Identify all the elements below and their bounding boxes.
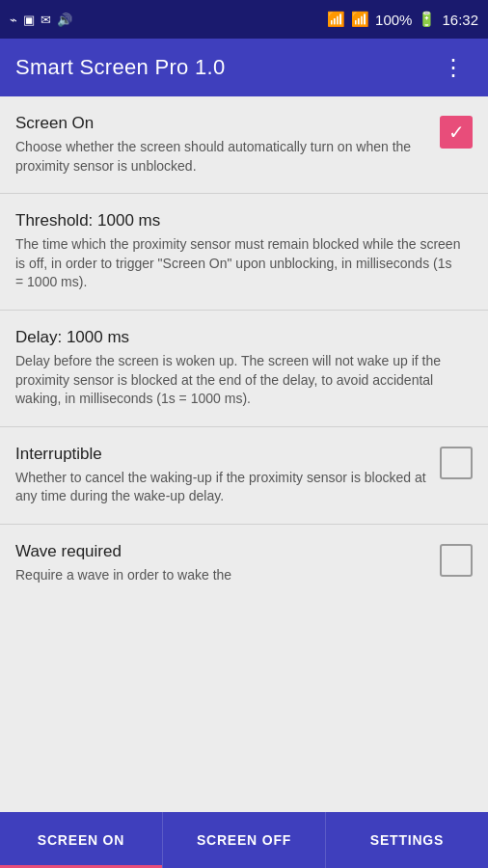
- app-bar: Smart Screen Pro 1.0 ⋮: [0, 39, 488, 96]
- settings-item-screen-on[interactable]: Screen On Choose whether the screen shou…: [0, 96, 488, 194]
- settings-item-delay[interactable]: Delay: 1000 ms Delay before the screen i…: [0, 311, 488, 427]
- settings-item-threshold-description: The time which the proximity sensor must…: [15, 235, 461, 292]
- settings-item-interruptible-description: Whether to cancel the waking-up if the p…: [15, 469, 428, 506]
- settings-item-threshold-text: Threshold: 1000 ms The time which the pr…: [15, 211, 473, 292]
- battery-percent: 100%: [375, 12, 412, 28]
- settings-item-screen-on-control[interactable]: ✓: [440, 116, 473, 149]
- sim-icon: ▣: [23, 13, 35, 27]
- settings-item-threshold-title: Threshold: 1000 ms: [15, 211, 461, 231]
- settings-item-interruptible-text: Interruptible Whether to cancel the waki…: [15, 445, 440, 506]
- settings-item-wave-required-title: Wave required: [15, 542, 428, 561]
- content-area: Screen On Choose whether the screen shou…: [0, 96, 488, 812]
- settings-item-wave-required-description: Require a wave in order to wake the: [15, 566, 428, 585]
- settings-item-wave-required-control[interactable]: [440, 544, 473, 577]
- wifi-icon: 📶: [327, 11, 345, 28]
- settings-item-interruptible[interactable]: Interruptible Whether to cancel the waki…: [0, 427, 488, 525]
- settings-item-delay-description: Delay before the screen is woken up. The…: [15, 352, 461, 409]
- settings-item-wave-required-text: Wave required Require a wave in order to…: [15, 542, 440, 585]
- bottom-navigation: SCREEN ON SCREEN OFF SETTINGS: [0, 812, 488, 868]
- settings-item-wave-required[interactable]: Wave required Require a wave in order to…: [0, 525, 488, 603]
- checkbox-interruptible[interactable]: [440, 447, 473, 479]
- app-title: Smart Screen Pro 1.0: [15, 55, 226, 80]
- gmail-icon: ✉: [41, 13, 51, 27]
- settings-item-screen-on-description: Choose whether the screen should automat…: [15, 138, 428, 176]
- nav-settings[interactable]: SETTINGS: [326, 812, 488, 868]
- checkbox-wave-required[interactable]: [440, 544, 473, 577]
- usb-icon: ⌁: [10, 13, 17, 27]
- nav-screen-on-label: SCREEN ON: [38, 832, 124, 848]
- status-bar: ⌁ ▣ ✉ 🔊 📶 📶 100% 🔋 16:32: [0, 0, 488, 39]
- status-bar-left: ⌁ ▣ ✉ 🔊: [10, 13, 72, 27]
- settings-item-delay-text: Delay: 1000 ms Delay before the screen i…: [15, 328, 473, 409]
- nav-screen-off[interactable]: SCREEN OFF: [163, 812, 326, 868]
- settings-item-interruptible-title: Interruptible: [15, 445, 428, 464]
- settings-item-delay-title: Delay: 1000 ms: [15, 328, 461, 347]
- settings-item-screen-on-text: Screen On Choose whether the screen shou…: [15, 114, 440, 176]
- nav-screen-off-label: SCREEN OFF: [197, 832, 291, 848]
- battery-icon: 🔋: [418, 11, 436, 28]
- checkbox-screen-on[interactable]: ✓: [440, 116, 473, 149]
- nav-screen-on[interactable]: SCREEN ON: [0, 812, 163, 868]
- nav-settings-label: SETTINGS: [370, 832, 444, 848]
- settings-item-screen-on-title: Screen On: [15, 114, 428, 133]
- time-display: 16:32: [442, 12, 478, 28]
- volume-icon: 🔊: [57, 13, 72, 27]
- settings-item-threshold[interactable]: Threshold: 1000 ms The time which the pr…: [0, 194, 488, 311]
- overflow-menu-button[interactable]: ⋮: [434, 52, 473, 83]
- status-bar-right: 📶 📶 100% 🔋 16:32: [327, 11, 478, 28]
- settings-item-interruptible-control[interactable]: [440, 447, 473, 479]
- signal-icon: 📶: [351, 11, 369, 28]
